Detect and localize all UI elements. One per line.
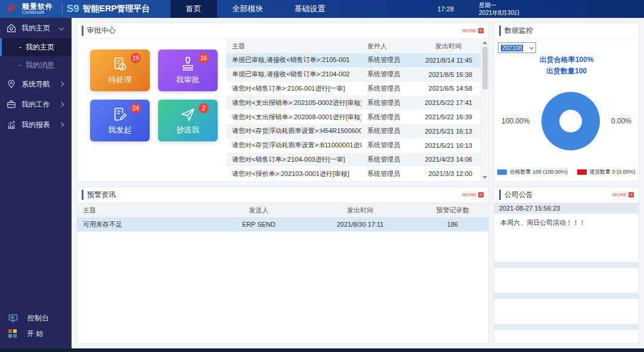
- clock-time: 17:28: [438, 5, 454, 13]
- legend-label: 合格数量 100 (100.00%): [509, 168, 568, 176]
- sidebar-subitem-my-home[interactable]: 我的主页: [0, 38, 72, 56]
- console-icon: [8, 314, 18, 323]
- s9-logo: S9: [67, 3, 79, 15]
- table-row[interactable]: 请您对<存货浮动耗损率设置>:B11000001进行[审核] 系统管理员 202…: [226, 138, 481, 153]
- announcement-empty-date: [494, 293, 639, 299]
- cell-time: 2021/4/23 14:06: [416, 153, 481, 167]
- scroll-thumb[interactable]: [482, 47, 488, 89]
- alerts-panel: 预警资讯 MORE + 主题 发送人 发出时间 预警记录数 可用库存不足 ERP…: [76, 187, 489, 344]
- sidebar-item-label: 我的主页: [21, 23, 50, 33]
- alerts-table: 主题 发送人 发出时间 预警记录数 可用库存不足 ERP SEND 2021/8…: [77, 203, 488, 231]
- table-row[interactable]: 请您对<销售订单>:2104-003进行[一审] 系统管理员 2021/4/23…: [226, 153, 481, 167]
- table-row[interactable]: 请您对<报价单>:202103-0001进行[审核] 系统管理员 2021/3/…: [226, 166, 481, 181]
- cell-subject: 请您对<存货浮动耗损率设置>:B11000001进行[审核]: [226, 138, 361, 153]
- chevron-right-icon: [59, 82, 64, 87]
- start-button[interactable]: 开 始: [8, 329, 63, 339]
- cell-subject: 单据已审核,请接收<销售订单>:2105-001: [226, 53, 361, 67]
- logo-en-text: Centersoft: [22, 10, 53, 15]
- nav-pin-icon: [6, 79, 17, 89]
- cell-time: 2021/5/22 17:41: [416, 95, 481, 110]
- table-row[interactable]: 请您对<存货浮动耗损率设置>:H54R15006002进行[审核] 系统管理员 …: [226, 124, 481, 138]
- cell-time: 2021/8/30 17:11: [304, 217, 417, 231]
- more-plus-icon: +: [478, 192, 484, 197]
- cell-time: 2021/5/21 16:13: [416, 138, 481, 153]
- cell-sender: 系统管理员: [361, 95, 416, 110]
- console-label: 控制台: [27, 313, 49, 323]
- doc-edit-icon: [112, 106, 128, 123]
- nav-item-basic-settings[interactable]: 基础设置: [279, 0, 341, 18]
- table-row[interactable]: 请您对<支出报销单>:202105-0002进行[审核] 系统管理员 2021/…: [226, 95, 481, 110]
- cell-time: 2021/3/3 12:00: [416, 166, 481, 181]
- monitor-stats: 出货合格率100% 出货数量100: [494, 54, 639, 76]
- nav-item-home[interactable]: 首页: [171, 0, 217, 18]
- table-row[interactable]: 请您对<销售订单>:2106-001进行[一审] 系统管理员 2021/6/5 …: [226, 82, 481, 96]
- table-row[interactable]: 单据已审核,请接收<销售订单>:2104-002 系统管理员 2021/8/5 …: [226, 67, 481, 82]
- cell-subject: 请您对<支出报销单>:202105-0002进行[审核]: [226, 95, 361, 110]
- col-subject: 主题: [77, 203, 214, 217]
- approval-cards: 19 待处理 16 我审批 2: [77, 39, 226, 181]
- paper-plane-icon: [179, 106, 196, 123]
- date-label: 2021年8月30日: [479, 9, 520, 17]
- table-scrollbar[interactable]: [481, 39, 488, 181]
- scroll-up-icon[interactable]: [482, 41, 487, 44]
- cc-me-card-label: 抄送我: [177, 125, 200, 135]
- start-label: 开 始: [27, 329, 43, 339]
- col-time: 发出时间: [304, 203, 417, 217]
- pending-card[interactable]: 19 待处理: [90, 50, 150, 91]
- sidebar-item-system-nav[interactable]: 系统导航: [0, 74, 72, 94]
- cell-sender: 系统管理员: [361, 153, 416, 167]
- cell-time: 2021/5/21 16:13: [416, 124, 481, 138]
- sidebar-item-my-reports[interactable]: 我的报表: [0, 115, 72, 135]
- sidebar-item-my-work[interactable]: 我的工作: [0, 94, 72, 115]
- announcement-content[interactable]: 本周六、周日公司活动！！！: [494, 214, 639, 237]
- announcements-more-link[interactable]: MORE +: [612, 192, 634, 197]
- approval-more-link[interactable]: MORE +: [462, 28, 484, 33]
- my-approval-count-badge: 16: [199, 53, 209, 63]
- cell-time: 2021/6/5 14:58: [416, 82, 481, 96]
- cell-sender: 系统管理员: [361, 124, 416, 138]
- scroll-down-icon[interactable]: [482, 176, 487, 179]
- sidebar-subitem-label: 我的主页: [26, 42, 54, 53]
- legend-swatch-red: [577, 169, 587, 175]
- cell-sender: 系统管理员: [361, 138, 416, 153]
- cell-sender: 系统管理员: [361, 110, 416, 124]
- approval-table: 主题 发件人 发出时间 单据已审核,请接收<销售订单>:2105-001 系统管…: [226, 39, 481, 181]
- data-monitor-panel: 数据监控 202108 出货合格率100% 出货数量100 100.00% 0.…: [494, 23, 639, 182]
- legend-swatch-blue: [497, 169, 507, 175]
- cell-subject: 请您对<支出报销单>:202008-0001进行[审核]: [226, 110, 361, 124]
- table-row[interactable]: 可用库存不足 ERP SEND 2021/8/30 17:11 186: [77, 217, 488, 231]
- sidebar-item-my-home[interactable]: 我的主页: [0, 18, 72, 38]
- console-button[interactable]: 控制台: [8, 313, 63, 323]
- table-row[interactable]: 请您对<支出报销单>:202008-0001进行[审核] 系统管理员 2021/…: [226, 110, 481, 124]
- legend-item-qualified: 合格数量 100 (100.00%): [497, 168, 568, 176]
- cell-subject: 请您对<存货浮动耗损率设置>:H54R15006002进行[审核]: [226, 124, 361, 138]
- logo-divider: [62, 4, 63, 14]
- my-approval-card[interactable]: 16 我审批: [158, 50, 218, 91]
- col-time: 发出时间: [416, 39, 481, 53]
- cell-alert-count: 186: [417, 217, 488, 231]
- cc-me-card[interactable]: 2 抄送我: [158, 100, 218, 141]
- cc-me-count-badge: 2: [199, 103, 209, 113]
- donut-chart-row: 100.00% 0.00%: [494, 92, 639, 150]
- cell-time: 2021/8/14 11:45: [416, 53, 481, 67]
- more-plus-icon: +: [628, 192, 634, 197]
- nav-item-all-modules[interactable]: 全部模块: [217, 0, 279, 18]
- sidebar-footer: 控制台 开 始: [0, 308, 72, 348]
- col-sender: 发件人: [361, 39, 416, 53]
- monitor-panel-title: 数据监控: [499, 26, 533, 36]
- alerts-more-link[interactable]: MORE +: [462, 192, 484, 197]
- doc-clock-icon: [112, 56, 128, 73]
- bottom-bar: [0, 348, 644, 352]
- table-row[interactable]: 单据已审核,请接收<销售订单>:2105-001 系统管理员 2021/8/14…: [226, 53, 481, 67]
- brand-logo[interactable]: 顺景软件 Centersoft: [0, 2, 58, 16]
- alerts-table-header: 主题 发送人 发出时间 预警记录数: [77, 203, 488, 217]
- more-label: MORE: [462, 28, 476, 33]
- period-select[interactable]: 202108: [498, 42, 536, 53]
- cell-sender: 系统管理员: [361, 82, 416, 96]
- clock-date: 17:28 星期一 2021年8月30日: [438, 1, 520, 17]
- sidebar-subitem-my-messages[interactable]: 我的消息: [0, 56, 72, 74]
- my-initiated-count-badge: 24: [131, 103, 141, 113]
- my-initiated-card[interactable]: 24 我发起: [90, 100, 150, 141]
- chevron-right-icon: [59, 102, 64, 107]
- announcement-empty-date: [494, 262, 639, 268]
